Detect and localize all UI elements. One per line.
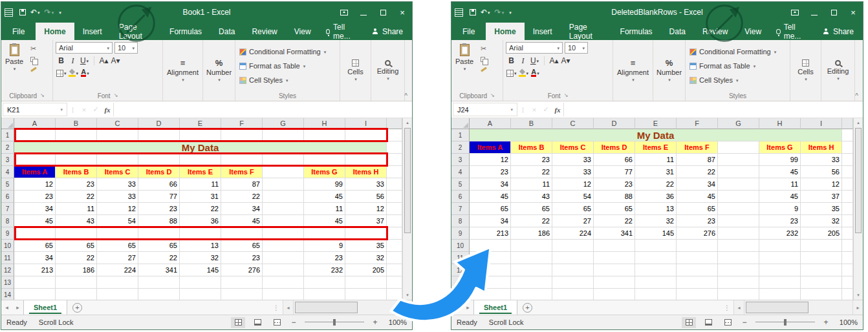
formula-input[interactable] [113, 103, 411, 116]
copy-button[interactable] [481, 56, 487, 63]
grid-cell[interactable] [511, 289, 552, 300]
save-button[interactable] [17, 8, 28, 17]
grid-cell[interactable] [552, 240, 594, 252]
grid-cell[interactable]: 45 [14, 215, 56, 227]
row-header[interactable]: 10 [451, 240, 470, 252]
grid-cell[interactable]: 34 [221, 203, 263, 215]
grid-cell[interactable] [511, 252, 552, 264]
grid-cell[interactable] [304, 276, 345, 289]
tab-data[interactable]: Data [210, 23, 243, 40]
grid-cell[interactable]: 65 [221, 240, 263, 252]
grid-cell[interactable] [594, 252, 635, 264]
grid-cell[interactable]: 9 [759, 203, 801, 215]
add-sheet-button[interactable]: + [523, 303, 532, 313]
grid-cell[interactable]: 54 [552, 191, 594, 203]
grid-cell[interactable]: 232 [304, 264, 345, 276]
grid-cell[interactable]: 34 [470, 215, 511, 227]
column-header[interactable]: F [221, 118, 263, 129]
grid-cell[interactable]: 88 [138, 215, 180, 227]
grid-cell[interactable]: 31 [635, 166, 677, 178]
conditional-formatting-button[interactable]: Conditional Formatting▾ [239, 48, 326, 56]
grid-cell[interactable] [470, 264, 511, 276]
grid-cell[interactable]: Items E [635, 141, 677, 154]
redo-button[interactable]: ↷▾ [493, 7, 506, 17]
grid-cell[interactable] [594, 240, 635, 252]
ribbon-display-options-button[interactable] [334, 2, 354, 23]
grid-cell[interactable]: 213 [470, 227, 511, 240]
grid-cell[interactable]: 23 [56, 178, 97, 191]
vertical-scrollbar[interactable]: ▴ ▾ [853, 118, 863, 300]
grid-cell[interactable]: 36 [180, 215, 221, 227]
grid-cell[interactable]: 56 [801, 166, 842, 178]
zoom-thumb[interactable] [333, 319, 336, 326]
sheet-nav-left-icon[interactable]: ◂ [451, 300, 462, 315]
column-header[interactable]: D [594, 118, 635, 129]
name-box[interactable]: K21 ▾ [3, 103, 67, 116]
grid-cell[interactable] [718, 264, 759, 276]
grid-cell[interactable] [759, 264, 801, 276]
grid-cell[interactable] [677, 240, 718, 252]
row-header[interactable]: 7 [451, 203, 470, 215]
grid-cell[interactable]: Items C [97, 166, 138, 178]
scroll-down-icon[interactable]: ▾ [854, 291, 863, 300]
grid-cell[interactable]: 27 [97, 252, 138, 264]
increase-font-size-button[interactable]: A▴ [98, 56, 109, 66]
grid-cell[interactable]: 13 [180, 240, 221, 252]
row-header[interactable]: 13 [1, 276, 14, 289]
grid-cell[interactable]: 186 [56, 264, 97, 276]
tab-view[interactable]: View [286, 23, 320, 40]
grid-cell[interactable] [263, 264, 304, 276]
sheetbar-handle[interactable]: ⋮ [270, 300, 283, 315]
grid-cell[interactable]: 34 [14, 203, 56, 215]
font-color-button[interactable]: A▾ [530, 68, 541, 78]
font-size-select[interactable]: 10▾ [565, 42, 588, 54]
insert-function-button[interactable]: fx [552, 106, 563, 114]
grid-cell[interactable] [801, 264, 842, 276]
grid-cell[interactable]: 34 [677, 178, 718, 191]
grid-cell[interactable] [552, 276, 594, 289]
grid-cell[interactable]: 11 [759, 178, 801, 191]
close-button[interactable]: × [393, 2, 412, 23]
editing-button[interactable]: Editing ▾ [372, 41, 404, 101]
grid-cell[interactable] [801, 276, 842, 289]
tell-me-box[interactable]: Tell me... [320, 23, 363, 40]
conditional-formatting-button[interactable]: Conditional Formatting▾ [689, 48, 776, 56]
editing-button[interactable]: Editing ▾ [822, 41, 854, 101]
collapse-ribbon-button[interactable]: ^ [404, 92, 407, 99]
grid-cell[interactable]: 12 [552, 178, 594, 191]
grid-cell[interactable]: 232 [759, 227, 801, 240]
grid-cell[interactable]: 33 [97, 191, 138, 203]
grid-cell[interactable]: 65 [138, 240, 180, 252]
grid-cell[interactable] [718, 240, 759, 252]
row-header[interactable]: 13 [451, 276, 470, 289]
grid-cell[interactable] [263, 154, 304, 166]
column-header[interactable]: H [304, 118, 345, 129]
close-button[interactable]: × [843, 2, 863, 23]
grid-cell[interactable]: 22 [677, 166, 718, 178]
grid-cell[interactable] [56, 154, 97, 166]
zoom-in-button[interactable]: + [371, 318, 380, 327]
cells-button[interactable]: Cells ▾ [791, 41, 820, 101]
grid-cell[interactable]: 43 [56, 215, 97, 227]
grid-cell[interactable] [635, 240, 677, 252]
grid-cell[interactable]: 13 [635, 203, 677, 215]
sheet-nav-right-icon[interactable]: ▸ [462, 300, 473, 315]
grid-cell[interactable] [635, 289, 677, 300]
grid-cell[interactable]: 23 [511, 154, 552, 166]
grid-cell[interactable]: Items D [594, 141, 635, 154]
format-painter-button[interactable] [30, 66, 37, 73]
grid-cell[interactable] [56, 227, 97, 240]
grid-cell[interactable]: 12 [345, 203, 387, 215]
sheetbar-handle[interactable]: ⋮ [721, 300, 733, 315]
row-header[interactable]: 14 [451, 289, 470, 300]
grid-cell[interactable]: 22 [221, 191, 263, 203]
grid-cell[interactable] [14, 154, 56, 166]
grid-cell[interactable] [594, 264, 635, 276]
grid-cell[interactable] [14, 227, 56, 240]
grid-cell[interactable]: 45 [304, 215, 345, 227]
scroll-down-icon[interactable]: ▾ [403, 291, 412, 300]
zoom-percentage[interactable]: 100% [836, 318, 858, 326]
grid-cell[interactable] [221, 129, 263, 141]
share-button[interactable]: Share [363, 23, 412, 40]
grid-cell[interactable]: 45 [304, 191, 345, 203]
